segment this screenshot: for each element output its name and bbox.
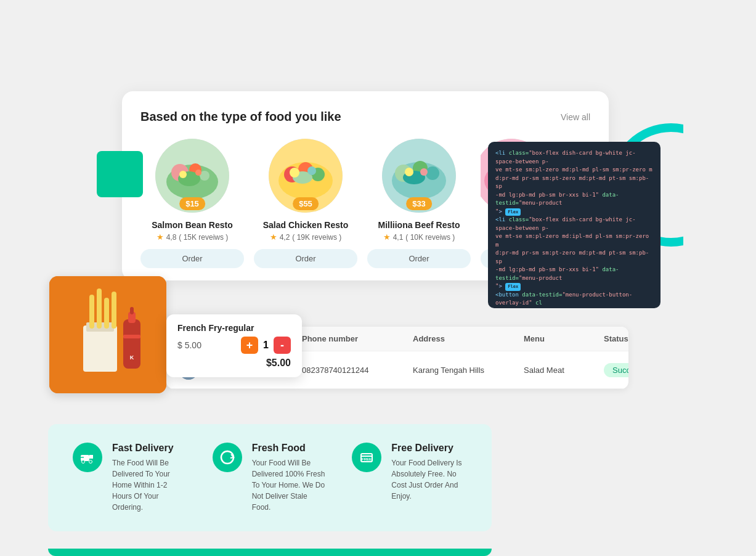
- card-title: Based on the type of food you like: [140, 110, 341, 124]
- popup-total: $5.00: [177, 358, 291, 369]
- feature-desc-free: Your Food Delivery Is Absolutely Free. N…: [391, 457, 467, 502]
- svg-text:FREE: FREE: [362, 457, 372, 461]
- svg-point-22: [405, 168, 413, 176]
- qty-value: 1: [263, 340, 269, 351]
- delivery-icon: [73, 443, 102, 472]
- qty-minus-button[interactable]: -: [274, 337, 291, 354]
- view-all-link[interactable]: View all: [561, 112, 590, 122]
- feature-fast-delivery: Fast Delivery The Food Will Be Delivered…: [73, 443, 188, 513]
- feature-free-delivery: FREE Free Delivery Your Food Delivery Is…: [352, 443, 467, 513]
- card-header: Based on the type of food you like View …: [140, 110, 590, 124]
- price-badge-1: $15: [179, 197, 205, 210]
- feature-title-fresh: Fresh Food: [252, 443, 328, 454]
- feature-title-free: Free Delivery: [391, 443, 467, 454]
- popup-price-row: $ 5.00 + 1 -: [177, 337, 291, 354]
- star-icon-3: ★: [383, 232, 391, 242]
- menu-cell: Salad Meat: [524, 366, 604, 375]
- food-image-wrap-1: $15: [155, 139, 229, 213]
- food-item-1: $15 Salmon Bean Resto ★ 4,8 ( 15K reveiw…: [140, 139, 244, 268]
- svg-rect-42: [123, 335, 140, 338]
- order-button-2[interactable]: Order: [254, 249, 357, 268]
- food-name-3: Milliiona Beef Resto: [378, 220, 460, 230]
- rating-reviews-1: ( 15K reveiws ): [179, 233, 228, 242]
- address-cell: Karang Tengah Hills: [413, 366, 524, 375]
- svg-point-14: [290, 168, 299, 178]
- order-popup: French Fry-regular $ 5.00 + 1 - $5.00: [166, 314, 302, 377]
- svg-rect-41: [130, 307, 134, 314]
- food-photo-card: K: [49, 276, 166, 393]
- order-button-1[interactable]: Order: [140, 249, 244, 268]
- feature-content-free: Free Delivery Your Food Delivery Is Abso…: [391, 443, 467, 502]
- svg-point-47: [89, 460, 92, 464]
- svg-point-7: [195, 170, 201, 176]
- rating-reviews-3: ( 10K reveiws ): [405, 233, 455, 242]
- popup-unit-price: $ 5.00: [177, 340, 201, 350]
- feature-fresh-food: Fresh Food Your Food Will Be Delivered 1…: [213, 443, 328, 513]
- food-name-1: Salmon Bean Resto: [152, 220, 232, 230]
- feature-content-fast: Fast Delivery The Food Will Be Delivered…: [112, 443, 188, 513]
- food-name-2: Salad Chicken Resto: [263, 220, 349, 230]
- features-section: Fast Delivery The Food Will Be Delivered…: [48, 424, 492, 531]
- feature-desc-fresh: Your Food Will Be Delivered 100% Fresh T…: [252, 457, 328, 513]
- food-image-wrap-3: $33: [382, 139, 456, 213]
- svg-rect-33: [83, 325, 117, 372]
- feature-desc-fast: The Food Will Be Delivered To Your Home …: [112, 457, 188, 513]
- popup-product-name: French Fry-regular: [177, 323, 291, 333]
- rating-value-3: 4,1: [393, 233, 404, 242]
- food-image-wrap-2: $55: [269, 139, 343, 213]
- food-rating-2: ★ 4,2 ( 19K reveiws ): [270, 232, 342, 242]
- svg-rect-44: [81, 455, 89, 461]
- svg-point-15: [307, 166, 316, 175]
- price-badge-2: $55: [293, 197, 319, 210]
- svg-point-20: [426, 166, 439, 180]
- svg-rect-39: [123, 319, 140, 369]
- quantity-control: + 1 -: [241, 337, 291, 354]
- rating-reviews-2: ( 19K reveiws ): [292, 233, 341, 242]
- rating-value-2: 4,2: [280, 233, 290, 242]
- food-item-3: $33 Milliiona Beef Resto ★ 4,1 ( 10K rev…: [367, 139, 471, 268]
- svg-marker-45: [89, 455, 93, 459]
- svg-rect-36: [97, 288, 102, 329]
- green-square-decoration: [97, 151, 143, 197]
- food-rating-3: ★ 4,1 ( 10K reveiws ): [383, 232, 455, 242]
- order-button-3[interactable]: Order: [367, 249, 471, 268]
- svg-point-46: [82, 460, 85, 464]
- star-icon-2: ★: [270, 232, 277, 242]
- svg-rect-35: [89, 295, 94, 329]
- col-header-status: Status: [604, 334, 628, 343]
- svg-rect-37: [104, 298, 109, 329]
- star-icon-1: ★: [156, 232, 164, 242]
- food-rating-1: ★ 4,8 ( 15K reveiws ): [156, 232, 229, 242]
- col-header-address: Address: [413, 334, 524, 343]
- svg-rect-38: [112, 292, 116, 329]
- col-header-phone: Phone number: [302, 334, 413, 343]
- free-icon: FREE: [352, 443, 381, 472]
- phone-cell: 082378740121244: [302, 366, 413, 375]
- col-header-menu: Menu: [524, 334, 604, 343]
- qty-plus-button[interactable]: +: [241, 337, 258, 354]
- food-item-2: $55 Salad Chicken Resto ★ 4,2 ( 19K reve…: [254, 139, 357, 268]
- svg-point-23: [420, 168, 428, 176]
- code-panel: <li class="box-flex dish-card bg-white j…: [488, 142, 660, 308]
- svg-text:K: K: [130, 354, 134, 361]
- status-cell: Successfull: [604, 366, 628, 375]
- feature-title-fast: Fast Delivery: [112, 443, 188, 454]
- status-badge: Successfull: [604, 363, 628, 377]
- svg-point-6: [179, 171, 187, 178]
- fresh-icon: [213, 443, 242, 472]
- price-badge-3: $33: [406, 197, 432, 210]
- cyan-bottom-stripe: [48, 549, 492, 556]
- rating-value-1: 4,8: [166, 233, 177, 242]
- feature-content-fresh: Fresh Food Your Food Will Be Delivered 1…: [252, 443, 328, 513]
